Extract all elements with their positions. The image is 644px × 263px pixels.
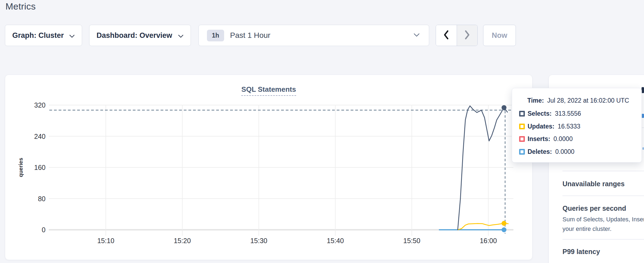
svg-text:queries: queries xyxy=(18,158,24,177)
tooltip-row-value: 313.5556 xyxy=(555,110,581,117)
next-time-window-button[interactable] xyxy=(457,25,478,46)
graph-scope-dropdown[interactable]: Graph: Cluster xyxy=(5,25,82,46)
tooltip-row-label: Selects: xyxy=(528,110,552,117)
now-button-label: Now xyxy=(492,31,507,40)
summary-item-queries-per-second: Queries per second xyxy=(562,204,626,212)
clipped-panel-content-fragment xyxy=(642,87,644,93)
tooltip-row-value: 16.5333 xyxy=(558,123,580,130)
sql-statements-chart-card: SQL Statements 08016024032015:1015:2015:… xyxy=(5,75,532,260)
tooltip-row-label: Deletes: xyxy=(528,148,552,155)
divider xyxy=(562,171,644,171)
clipped-panel-divider-fragment xyxy=(642,127,644,128)
dashboard-dropdown[interactable]: Dashboard: Overview xyxy=(89,25,191,46)
sql-statements-line-chart[interactable]: 08016024032015:1015:2015:3015:4015:5016:… xyxy=(5,75,533,260)
page-title: Metrics xyxy=(5,1,36,12)
chevron-down-icon xyxy=(178,31,183,40)
svg-text:320: 320 xyxy=(34,101,46,109)
svg-text:15:50: 15:50 xyxy=(403,237,420,244)
chevron-left-icon xyxy=(443,30,450,41)
dashboard-dropdown-label: Dashboard: Overview xyxy=(97,31,172,40)
tooltip-row-deletes: Deletes: 0.0000 xyxy=(519,148,638,155)
tooltip-time-row: Time: Jul 28, 2022 at 16:02:00 UTC xyxy=(527,97,638,104)
svg-text:15:10: 15:10 xyxy=(97,237,115,244)
summary-item-p99-latency: P99 latency xyxy=(562,248,600,256)
previous-time-window-button[interactable] xyxy=(436,25,457,46)
time-range-dropdown[interactable]: 1h Past 1 Hour xyxy=(198,25,429,46)
tooltip-row-updates: Updates: 16.5333 xyxy=(519,123,638,130)
now-button[interactable]: Now xyxy=(483,25,516,46)
inserts-series-swatch-icon xyxy=(519,136,525,142)
time-window-pager xyxy=(436,25,478,46)
clipped-panel-content-fragment xyxy=(642,114,644,118)
tooltip-row-selects: Selects: 313.5556 xyxy=(519,110,638,117)
tooltip-row-value: 0.0000 xyxy=(553,135,573,143)
chevron-right-icon xyxy=(464,30,470,41)
svg-text:160: 160 xyxy=(34,164,46,171)
chevron-down-icon xyxy=(69,31,75,40)
svg-text:15:40: 15:40 xyxy=(327,237,344,244)
selects-series-swatch-icon xyxy=(519,111,525,117)
summary-item-description-line: your entire cluster. xyxy=(562,225,612,233)
tooltip-time-value: Jul 28, 2022 at 16:02:00 UTC xyxy=(547,97,629,104)
svg-text:240: 240 xyxy=(34,133,46,140)
svg-text:0: 0 xyxy=(42,226,46,234)
tooltip-row-label: Inserts: xyxy=(528,135,550,143)
svg-text:16:00: 16:00 xyxy=(480,237,497,244)
tooltip-row-label: Updates: xyxy=(528,123,554,130)
divider xyxy=(562,195,644,196)
updates-series-swatch-icon xyxy=(519,124,525,129)
graph-scope-dropdown-label: Graph: Cluster xyxy=(12,31,64,40)
summary-item-unavailable-ranges: Unavailable ranges xyxy=(562,180,625,188)
svg-text:15:30: 15:30 xyxy=(250,237,267,244)
tooltip-row-inserts: Inserts: 0.0000 xyxy=(519,135,638,143)
summary-item-description-line: Sum of Selects, Updates, Inser xyxy=(562,216,644,223)
chart-hover-tooltip: Time: Jul 28, 2022 at 16:02:00 UTC Selec… xyxy=(512,88,642,163)
chevron-down-icon xyxy=(414,33,420,38)
clipped-panel-content-fragment xyxy=(642,147,644,150)
svg-text:80: 80 xyxy=(38,195,46,203)
divider xyxy=(562,239,644,240)
tooltip-row-value: 0.0000 xyxy=(555,148,574,155)
deletes-series-swatch-icon xyxy=(519,149,525,155)
svg-text:15:20: 15:20 xyxy=(174,237,191,244)
time-range-badge: 1h xyxy=(207,30,224,41)
tooltip-time-label: Time: xyxy=(527,97,544,104)
time-range-label: Past 1 Hour xyxy=(230,31,409,40)
